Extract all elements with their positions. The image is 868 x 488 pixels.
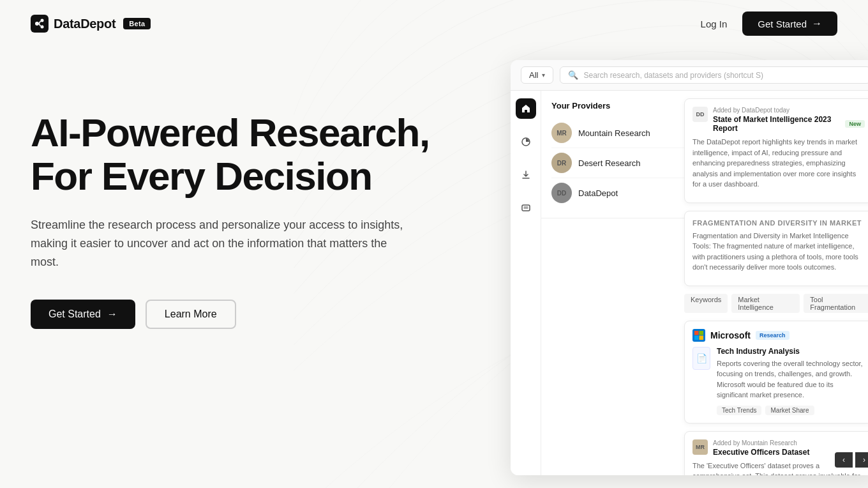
microsoft-header: Microsoft Research	[692, 329, 865, 342]
nav-prev-button[interactable]: ‹	[835, 452, 853, 468]
nav-next-button[interactable]: ›	[855, 452, 868, 468]
svg-rect-0	[31, 15, 49, 33]
card1-description: The DataDepot report highlights key tren…	[692, 137, 865, 190]
research-badge: Research	[756, 331, 789, 340]
svg-rect-9	[700, 331, 704, 335]
get-started-hero-arrow: →	[107, 309, 117, 320]
mockup-main-area: Your Providers View All MR Mountain Rese…	[541, 91, 868, 475]
hero-subtitle: Streamline the research process and pers…	[31, 216, 414, 271]
company-name-microsoft: Microsoft	[710, 330, 751, 340]
nav-prev-icon: ‹	[842, 455, 845, 464]
nav-logo-area: DataDepot Beta	[31, 15, 151, 33]
right-panel: DD Added by DataDepot today State of Mar…	[677, 91, 868, 475]
keyword-tag-keywords: Keywords	[684, 294, 728, 313]
provider-name-desert: Desert Research	[578, 158, 641, 168]
ui-mockup: All ▾ 🔍 Search research, datasets and pr…	[511, 60, 868, 475]
tag-market-share: Market Share	[765, 406, 814, 415]
search-placeholder: Search research, datasets and providers …	[583, 71, 763, 80]
microsoft-logo	[692, 329, 705, 342]
card2-tags: Tech Trends Market Share	[717, 406, 865, 415]
get-started-hero-label: Get Started	[49, 309, 101, 320]
card1-header: DD Added by DataDepot today State of Mar…	[692, 107, 865, 133]
card1-source-icon: DD	[692, 107, 708, 122]
mockup-top-bar: All ▾ 🔍 Search research, datasets and pr…	[511, 60, 868, 91]
hero-title: AI-Powered Research, For Every Decision	[31, 111, 430, 198]
sidebar-icon-download[interactable]	[516, 165, 536, 185]
keyword-tag-fragmentation: Tool Fragmentation	[804, 294, 868, 313]
provider-avatar-datadepot: DD	[551, 183, 572, 203]
fragmentation-card: Fragmentation and Diversity in Market Fr…	[684, 211, 868, 286]
market-intelligence-card: DD Added by DataDepot today State of Mar…	[684, 98, 868, 203]
provider-avatar-mountain: MR	[551, 123, 572, 143]
learn-more-button[interactable]: Learn More	[146, 300, 236, 329]
keyword-tag-market: Market Intelligence	[731, 294, 800, 313]
hero-cta-buttons: Get Started → Learn More	[31, 300, 430, 329]
mockup-body: Your Providers View All MR Mountain Rese…	[511, 91, 868, 475]
providers-title: Your Providers	[551, 101, 610, 111]
keywords-section: Keywords Market Intelligence Tool Fragme…	[684, 294, 868, 313]
svg-point-3	[41, 26, 44, 29]
mockup-search-bar[interactable]: 🔍 Search research, datasets and provider…	[560, 66, 868, 84]
brand-name: DataDepot	[54, 17, 116, 31]
get-started-nav-label: Get Started	[758, 19, 807, 29]
sidebar-icon-chart[interactable]	[516, 132, 536, 152]
hero-section: AI-Powered Research, For Every Decision …	[0, 47, 868, 488]
logo-icon	[31, 15, 49, 33]
provider-name-mountain: Mountain Research	[578, 128, 650, 138]
hero-text-block: AI-Powered Research, For Every Decision …	[31, 86, 430, 329]
mockup-sidebar	[511, 91, 541, 475]
card3-source-icon: MR	[692, 439, 708, 455]
get-started-nav-arrow: →	[812, 18, 822, 29]
card1-title-row: State of Market Intelligence 2023 Report…	[713, 115, 865, 133]
card1-added-by: Added by DataDepot today	[713, 107, 865, 114]
fragmentation-description: Fragmentation and Diversity in Market In…	[692, 231, 865, 273]
card2-content: 📄 Tech Industry Analysis Reports coverin…	[692, 347, 865, 415]
card1-title: State of Market Intelligence 2023 Report	[713, 115, 841, 133]
nav-next-icon: ›	[863, 455, 865, 464]
card1-new-badge: New	[845, 120, 865, 128]
login-button[interactable]: Log In	[701, 19, 728, 29]
svg-point-1	[35, 22, 39, 26]
sidebar-icon-home[interactable]	[516, 98, 536, 119]
get-started-nav-button[interactable]: Get Started →	[742, 11, 837, 36]
chevron-down-icon: ▾	[542, 72, 545, 79]
beta-badge: Beta	[123, 18, 151, 29]
nav-arrows-container: ‹ ›	[835, 452, 868, 468]
microsoft-card: Microsoft Research 📄 Tech Industry Analy…	[684, 321, 868, 423]
navbar: DataDepot Beta Log In Get Started →	[0, 0, 868, 47]
fragmentation-header: Fragmentation and Diversity in Market	[692, 219, 865, 227]
card3-added-by: Added by Mountain Research	[713, 439, 865, 446]
svg-rect-10	[694, 335, 699, 340]
card2-doc-icon: 📄	[692, 347, 710, 370]
card2-description: Reports covering the overall technology …	[717, 358, 865, 400]
card2-title: Tech Industry Analysis	[717, 347, 865, 356]
search-icon: 🔍	[568, 70, 578, 80]
svg-rect-8	[694, 331, 699, 335]
fragmentation-label: Fragmentation and Diversity in Market	[692, 219, 862, 227]
all-filter[interactable]: All ▾	[521, 66, 553, 84]
svg-point-2	[41, 19, 44, 22]
get-started-hero-button[interactable]: Get Started →	[31, 300, 135, 329]
card2-text: Tech Industry Analysis Reports covering …	[717, 347, 865, 415]
provider-name-datadepot: DataDepot	[578, 188, 618, 198]
tag-tech-trends: Tech Trends	[717, 406, 761, 415]
nav-actions: Log In Get Started →	[701, 11, 837, 36]
provider-avatar-desert: DR	[551, 153, 572, 173]
sidebar-icon-message[interactable]	[516, 198, 536, 218]
svg-rect-11	[700, 335, 704, 340]
logo: DataDepot	[31, 15, 116, 33]
card1-meta: Added by DataDepot today State of Market…	[713, 107, 865, 133]
